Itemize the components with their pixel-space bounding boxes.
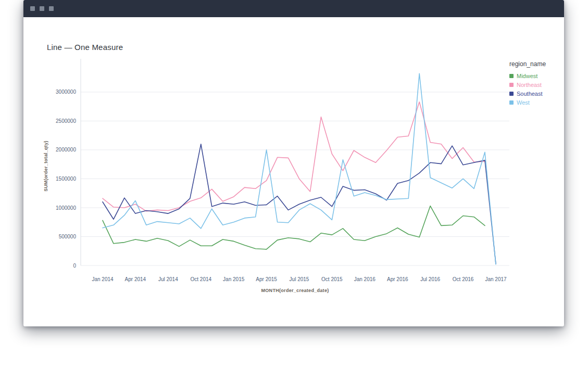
legend-label: Northeast [517,82,542,87]
series-line-southeast[interactable] [103,144,496,264]
window-control-1-icon[interactable] [30,6,35,11]
x-tick-label: Jan 2017 [485,276,507,282]
y-tick-label: 1500000 [56,176,76,182]
x-tick-label: Jul 2014 [158,276,178,282]
x-axis-label: MONTH(order_created_date) [81,288,509,293]
legend-swatch-icon [509,83,514,87]
y-tick-label: 2000000 [56,147,76,153]
x-tick-label: Jan 2015 [223,276,245,282]
legend-swatch-icon [509,74,514,78]
x-tick-label: Jul 2015 [290,276,309,282]
y-tick-label: 3000000 [56,89,76,95]
x-tick-label: Jul 2016 [420,276,440,282]
chart-title: Line — One Measure [47,43,123,52]
x-tick-label: Oct 2015 [321,276,343,282]
x-tick-label: Apr 2014 [125,276,146,282]
x-tick-label: Jan 2014 [92,276,114,282]
legend-item-midwest[interactable]: Midwest [509,73,546,79]
y-tick-label: 0 [73,263,76,269]
series-line-west[interactable] [103,73,496,264]
legend-title: region_name [509,60,546,68]
line-chart[interactable]: 0500000100000015000002000000250000030000… [49,59,516,298]
legend-label: Southeast [517,91,543,96]
legend-swatch-icon [509,100,514,105]
x-tick-label: Apr 2016 [387,276,408,282]
x-tick-label: Oct 2014 [191,276,212,282]
y-tick-label: 500000 [59,234,77,239]
legend-item-northeast[interactable]: Northeast [509,82,546,87]
x-tick-label: Oct 2016 [453,276,474,282]
legend-item-west[interactable]: West [509,100,546,105]
legend-label: West [517,100,530,105]
x-tick-label: Jan 2016 [354,276,376,282]
legend-items: MidwestNortheastSoutheastWest [509,73,546,105]
series-line-northeast[interactable] [103,102,485,211]
legend-item-southeast[interactable]: Southeast [509,91,546,96]
y-axis-label: SUM(order_total_qty) [43,141,48,192]
legend: region_name MidwestNortheastSoutheastWes… [509,60,546,109]
x-tick-label: Apr 2015 [256,276,277,282]
y-tick-label: 2500000 [56,118,76,124]
y-tick-label: 1000000 [56,205,76,211]
legend-swatch-icon [509,92,514,96]
titlebar [23,0,564,17]
window-control-3-icon[interactable] [49,6,54,11]
app-window: Line — One Measure SUM(order_total_qty) … [23,0,564,326]
legend-label: Midwest [517,73,537,79]
window-control-2-icon[interactable] [40,6,44,11]
